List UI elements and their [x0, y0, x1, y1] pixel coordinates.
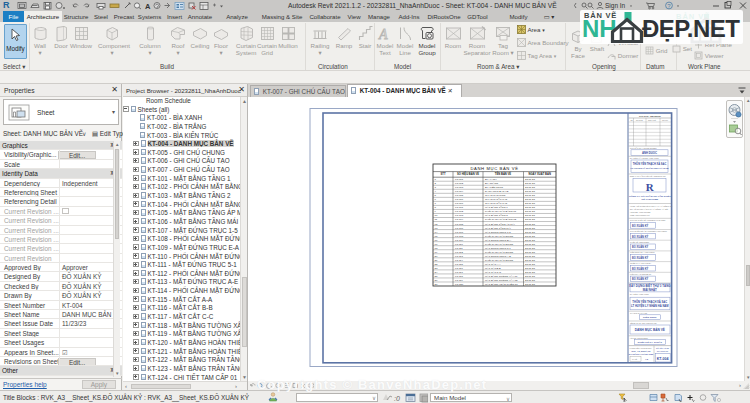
svg-text:23-11-23: 23-11-23 — [525, 194, 535, 197]
svg-text:KT-105: KT-105 — [455, 223, 464, 226]
svg-text:23-11-23: 23-11-23 — [525, 223, 535, 226]
svg-text:A: A — [378, 27, 388, 42]
svg-text:THIẾT KẾ KỸ THUẬT: THIẾT KẾ KỸ THUẬT — [637, 341, 662, 344]
svg-text:KT-107: KT-107 — [455, 231, 464, 234]
svg-text:23-11-23: 23-11-23 — [525, 243, 535, 246]
svg-text:23-11-23: 23-11-23 — [525, 263, 535, 266]
svg-text:KT-109: KT-109 — [455, 239, 464, 242]
svg-text:KT-102: KT-102 — [455, 210, 464, 213]
svg-text:MẶT ĐỨNG TRỤC 1-5: MẶT ĐỨNG TRỤC 1-5 — [485, 231, 511, 234]
svg-text:23-11-23: 23-11-23 — [525, 267, 535, 270]
svg-text:23-11-23: 23-11-23 — [525, 283, 535, 286]
svg-text:23-11-23: 23-11-23 — [525, 218, 535, 221]
svg-text:BÌA XANH: BÌA XANH — [485, 178, 497, 181]
svg-text:23-11-23: 23-11-23 — [525, 227, 535, 230]
svg-text:HOTLINE : 0987.333.222: HOTLINE : 0987.333.222 — [630, 211, 650, 213]
svg-text:VPGD : SỐ 2 LIỀN KỀ 11 KĐT XA: VPGD : SỐ 2 LIỀN KỀ 11 KĐT XA LA HÀ ĐÔNG… — [630, 205, 673, 207]
svg-text:KT-003: KT-003 — [455, 186, 464, 189]
svg-text:KT-004: KT-004 — [455, 190, 464, 193]
svg-text:KT-006: KT-006 — [455, 198, 464, 201]
svg-text:23-11-23: 23-11-23 — [525, 198, 535, 201]
svg-text:MẶT BẰNG TƯỜNG XÂY T2: MẶT BẰNG TƯỜNG XÂY T2 — [485, 279, 518, 282]
svg-text:23-11-23: 23-11-23 — [525, 247, 535, 250]
svg-text:ĐỖ XUÂN KỶ THÁNG 11/23: ĐỖ XUÂN KỶ THÁNG 11/23 — [629, 353, 653, 355]
svg-text:GHI CHÚ CẤU TẠO: GHI CHÚ CẤU TẠO — [485, 198, 507, 201]
svg-text:MẶT CẮT C-C: MẶT CẮT C-C — [485, 271, 501, 274]
svg-text:KT-113: KT-113 — [455, 255, 463, 258]
svg-text:KT-117: KT-117 — [455, 271, 463, 274]
svg-text:A: A — [145, 2, 151, 11]
svg-text:23-11-23: 23-11-23 — [525, 210, 535, 213]
svg-text:MẶT CẮT B-B: MẶT CẮT B-B — [485, 267, 501, 270]
svg-text:MẶT ĐỨNG TRỤC A-E: MẶT ĐỨNG TRỤC A-E — [485, 255, 511, 258]
svg-text:MẶT BẰNG TẦNG MÁI: MẶT BẰNG TẦNG MÁI — [485, 227, 511, 230]
svg-text:KT-114: KT-114 — [455, 259, 463, 262]
svg-text:23-11-23: 23-11-23 — [525, 251, 535, 254]
svg-text:KT-116: KT-116 — [455, 267, 463, 270]
svg-text:MẶT ĐỨNG TRỤC E-A: MẶT ĐỨNG TRỤC E-A — [485, 239, 511, 242]
svg-text:MẶT BẰNG HOÀN THIỆN T1: MẶT BẰNG HOÀN THIỆN T1 — [485, 283, 518, 286]
svg-text:KIẾN TRÚC SƯ / ARCHITECT: KIẾN TRÚC SƯ / ARCHITECT — [630, 251, 655, 253]
svg-text:MẶT BẰNG TƯỜNG XÂY T1: MẶT BẰNG TƯỜNG XÂY T1 — [485, 275, 518, 278]
svg-text:CHỦ ĐẦU TƯ / HOUSE OWNER: CHỦ ĐẦU TƯ / HOUSE OWNER — [630, 147, 657, 149]
svg-text:PHỐI CẢNH MẶT ĐỨNG: PHỐI CẢNH MẶT ĐỨNG — [485, 243, 513, 246]
svg-text:DANH MỤC BẢN VẼ: DANH MỤC BẢN VẼ — [635, 327, 665, 332]
svg-text:PHỐI CẢNH MẶT ĐỨNG: PHỐI CẢNH MẶT ĐỨNG — [485, 235, 513, 238]
svg-text:KT-119: KT-119 — [455, 279, 463, 282]
svg-text:TÊN BẢN VẼ / DRAWING NAME: TÊN BẢN VẼ / DRAWING NAME — [630, 322, 657, 324]
svg-text:PHỐI CẢNH MẶT BẰNG T2: PHỐI CẢNH MẶT BẰNG T2 — [485, 218, 517, 221]
svg-text:KT-111: KT-111 — [455, 247, 463, 250]
svg-text:23-11-23: 23-11-23 — [525, 255, 535, 258]
svg-text:PHỐI CẢNH MẶT ĐỨNG: PHỐI CẢNH MẶT ĐỨNG — [485, 251, 513, 254]
svg-text:KT-118: KT-118 — [455, 275, 463, 278]
svg-text:MẶT BẰNG TẦNG ÁP MÁI: MẶT BẰNG TẦNG ÁP MÁI — [485, 223, 515, 226]
svg-text:23-11-23: 23-11-23 — [525, 259, 535, 262]
svg-text:MẶT BẰNG TẦNG 1: MẶT BẰNG TẦNG 1 — [485, 206, 508, 209]
svg-text:TRIỂN KHAI / DRAWN BY: TRIỂN KHAI / DRAWN BY — [630, 262, 652, 264]
svg-text:KT-108: KT-108 — [455, 235, 464, 238]
svg-text:Ngày s.đổi: Ngày s.đổi — [648, 119, 657, 121]
svg-text:Ghi chú: Ghi chú — [662, 119, 668, 121]
svg-text:KT-007: KT-007 — [455, 202, 464, 205]
svg-text:GHI CHÚ CẤU TẠO: GHI CHÚ CẤU TẠO — [485, 202, 507, 205]
svg-text:KT-104: KT-104 — [455, 218, 464, 221]
svg-text:23-11-23: 23-11-23 — [525, 182, 535, 185]
svg-text:KIẾN TRÚC: KIẾN TRÚC — [643, 316, 657, 319]
svg-text:PHỐI CẢNH MẶT ĐỨNG: PHỐI CẢNH MẶT ĐỨNG — [485, 259, 513, 262]
svg-text:KT-101: KT-101 — [455, 206, 464, 209]
svg-text:MẶT BẰNG TẦNG 2: MẶT BẰNG TẦNG 2 — [485, 214, 508, 217]
svg-text:ANH DUOC: ANH DUOC — [642, 151, 657, 155]
svg-text:DANH MỤC BẢN VẼ: DANH MỤC BẢN VẼ — [485, 190, 509, 193]
svg-text:BÌA KIẾN TRÚC: BÌA KIẾN TRÚC — [485, 186, 503, 189]
svg-text:23-11-23: 23-11-23 — [525, 206, 535, 209]
svg-text:KẾ VANHOME: KẾ VANHOME — [641, 198, 658, 201]
svg-text:CHỦ TRÌ THIẾT KẾ / PROJECT MAN: CHỦ TRÌ THIẾT KẾ / PROJECT MANAGER — [630, 219, 666, 221]
svg-text:R: R — [646, 181, 655, 193]
svg-text:KT-120: KT-120 — [455, 283, 464, 286]
svg-text:KT-112: KT-112 — [455, 251, 463, 254]
svg-text:23-11-23: 23-11-23 — [525, 239, 535, 242]
svg-text:KHUNG TÊN / TITLE BLOCK: KHUNG TÊN / TITLE BLOCK — [630, 347, 653, 349]
svg-text:23-11-23: 23-11-23 — [525, 186, 535, 189]
svg-text:KT-004: KT-004 — [657, 357, 669, 361]
svg-text:KIỂM TRA / CHECKED BY: KIỂM TRA / CHECKED BY — [630, 273, 652, 275]
svg-text:KT-001: KT-001 — [455, 178, 464, 181]
svg-text:HỒ SƠ / DOCUMENT: HỒ SƠ / DOCUMENT — [630, 337, 649, 339]
svg-text:KT-005: KT-005 — [455, 194, 464, 197]
svg-text:KT-106: KT-106 — [455, 227, 464, 230]
svg-text:KT-115: KT-115 — [455, 263, 463, 266]
svg-text:WEB : banvenhadep.net: WEB : banvenhadep.net — [630, 214, 650, 216]
svg-text:GHI CHÚ CHUNG: GHI CHÚ CHUNG — [485, 194, 505, 197]
svg-text:23-11-23: 23-11-23 — [525, 235, 535, 238]
svg-text:23-11-23: 23-11-23 — [525, 275, 535, 278]
svg-text:GHI CHÚ - REVISION: GHI CHÚ - REVISION — [639, 115, 661, 117]
svg-text:STT: STT — [440, 172, 445, 176]
svg-text:MẶT CẮT A-A: MẶT CẮT A-A — [485, 263, 501, 266]
svg-text:BÌA TRẮNG: BÌA TRẮNG — [485, 182, 498, 185]
svg-text:DANH MỤC BẢN VẼ: DANH MỤC BẢN VẼ — [470, 166, 518, 171]
svg-text:23-11-23: 23-11-23 — [525, 279, 535, 282]
svg-text:THIẾT KẾ / DESIGNER: THIẾT KẾ / DESIGNER — [630, 241, 650, 243]
svg-text:PHỐI CẢNH MẶT BẰNG T1: PHỐI CẢNH MẶT BẰNG T1 — [485, 210, 517, 213]
svg-text:DRAWING NO: DRAWING NO — [657, 350, 669, 352]
svg-text:MÁI NHẬT: MÁI NHẬT — [643, 287, 657, 292]
